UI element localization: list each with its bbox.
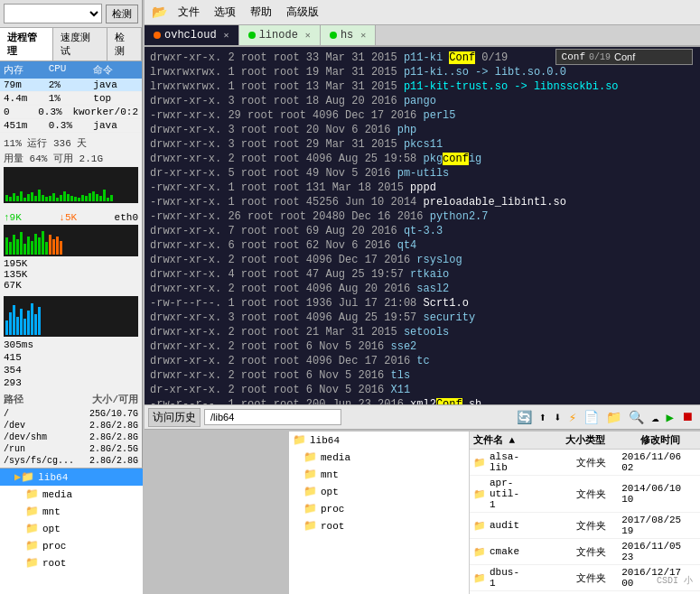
tree-label: root xyxy=(42,558,66,569)
folder-icon: 📁 xyxy=(25,505,39,518)
upload-icon[interactable]: ⬆ xyxy=(537,409,549,426)
search2-icon[interactable]: 🔍 xyxy=(626,409,647,426)
refresh-icon[interactable]: 🔄 xyxy=(514,409,535,426)
tree-item-opt[interactable]: 📁 opt xyxy=(0,520,143,537)
tab-speedtest[interactable]: 速度测试 xyxy=(53,28,107,60)
tree-item[interactable]: 📁 opt xyxy=(289,483,469,500)
copy2-icon[interactable]: 📄 xyxy=(581,409,602,426)
ping-val2: 415 xyxy=(4,351,138,364)
proc-cpu: 1% xyxy=(49,93,94,104)
process-row[interactable]: 0 0.3% kworker/0:2 xyxy=(0,106,142,119)
process-list: 内存 CPU 命令 79m 2% java 4.4m 1% top 0 0.3%… xyxy=(0,61,142,133)
tree-item[interactable]: 📁 proc xyxy=(289,500,469,517)
tree-item[interactable]: 📁 root xyxy=(289,517,469,534)
term-line: drwxr-xr-x. 7 root root 69 Aug 20 2016 q… xyxy=(150,224,695,238)
folder-open-icon[interactable]: 📂 xyxy=(148,3,171,22)
term-line: lrwxrwxrwx. 1 root root 19 Mar 31 2015 p… xyxy=(150,65,695,79)
download-icon[interactable]: ⬇ xyxy=(551,409,564,426)
tab-detect[interactable]: 检测 xyxy=(107,28,142,60)
tab-close[interactable]: ✕ xyxy=(360,30,366,41)
tree-label: opt xyxy=(321,487,339,497)
server-dropdown[interactable] xyxy=(4,4,102,23)
tab-hs[interactable]: hs ✕ xyxy=(321,25,376,45)
menu-advanced[interactable]: 高级版 xyxy=(283,3,322,22)
tab-process[interactable]: 进程管理 xyxy=(0,28,53,60)
search-count: 0/19 xyxy=(589,52,611,62)
menu-help[interactable]: 帮助 xyxy=(247,3,275,22)
detect-button[interactable]: 检测 xyxy=(106,5,138,23)
history-button[interactable]: 访问历史 xyxy=(148,408,201,427)
toolbar: 📂 文件 选项 帮助 高级版 xyxy=(145,0,700,25)
term-line: -rwxr-xr-x. 29 root root 4096 Dec 17 201… xyxy=(150,108,695,123)
menu-options[interactable]: 选项 xyxy=(210,3,239,22)
tree-item-media[interactable]: 📁 media xyxy=(0,486,143,503)
tree-item-proc[interactable]: 📁 proc xyxy=(0,537,143,554)
col-type: 类型 xyxy=(585,433,641,447)
watermark: CSDI 小 xyxy=(657,574,693,587)
tree-label: media xyxy=(321,452,350,463)
tab-ovhcloud[interactable]: ovhcloud ✕ xyxy=(145,25,239,45)
folder-icon: 📁 xyxy=(293,433,306,447)
file-row[interactable]: 📁 alsa-lib 文件夹 2016/11/06 02 xyxy=(470,450,700,476)
file-row[interactable]: 📁 audit 文件夹 2017/08/25 19 xyxy=(470,513,700,539)
tree-label: mnt xyxy=(321,469,339,480)
file-row[interactable]: 📁 cmake 文件夹 2016/11/05 23 xyxy=(470,539,700,565)
file-name: cmake xyxy=(490,546,519,557)
search-input[interactable] xyxy=(614,51,686,62)
menu-bar: 文件 选项 帮助 高级版 xyxy=(174,3,322,22)
ping-val4: 293 xyxy=(4,376,138,389)
file-type: 文件夹 xyxy=(576,487,618,501)
folder-icon: 📁 xyxy=(303,485,317,498)
term-line: -rwxr-xr-x. 1 root root 131 Mar 18 2015 … xyxy=(150,181,695,195)
term-line: drwxr-xr-x. 6 root root 62 Nov 6 2016 qt… xyxy=(150,238,695,253)
net-val2: 135K xyxy=(4,269,138,280)
col-name: 文件名 ▲ xyxy=(473,433,529,447)
stop-icon[interactable]: ⏹ xyxy=(678,409,696,426)
process-row[interactable]: 451m 0.3% java xyxy=(0,119,142,133)
nav-icons: 🔄 ⬆ ⬇ ⚡ 📄 📁 🔍 ☁ ▶ ⏹ xyxy=(514,409,696,426)
net-val1: 195K xyxy=(4,258,138,269)
play-icon[interactable]: ▶ xyxy=(664,409,677,426)
process-row[interactable]: 79m 2% java xyxy=(0,79,142,92)
tab-dot xyxy=(248,32,256,39)
main-area: 📂 文件 选项 帮助 高级版 ovhcloud ✕ linode ✕ hs ✕ … xyxy=(145,0,700,594)
path-input[interactable] xyxy=(204,409,341,425)
file-date: 2016/11/06 02 xyxy=(621,451,696,473)
folder2-icon[interactable]: 📁 xyxy=(603,409,624,426)
folder-icon: 📁 xyxy=(473,488,486,500)
tree-item[interactable]: 📁 mnt xyxy=(289,466,469,483)
term-line: drwxr-xr-x. 3 root root 29 Mar 31 2015 p… xyxy=(150,137,695,152)
proc-cpu: 2% xyxy=(49,79,94,90)
file-row[interactable]: 📁 apr-util-1 文件夹 2014/06/10 10 xyxy=(470,476,700,513)
col-size: 大小 xyxy=(529,433,585,447)
tree-item-root[interactable]: 📁 root xyxy=(0,554,143,571)
tab-close[interactable]: ✕ xyxy=(305,30,311,41)
file-name: dbus-1 xyxy=(490,567,519,589)
term-line: -rwxr-xr-x. 1 root root 45256 Jun 10 201… xyxy=(150,195,695,209)
menu-file[interactable]: 文件 xyxy=(174,3,203,22)
proc-cmd: java xyxy=(93,120,138,131)
folder-icon: ▶📁 xyxy=(14,470,34,484)
term-line: drwxr-xr-x. 3 root root 20 Nov 6 2016 ph… xyxy=(150,123,695,137)
tree-item[interactable]: 📁 media xyxy=(289,449,469,466)
tab-close[interactable]: ✕ xyxy=(224,30,229,41)
tree-item-lib64[interactable]: ▶📁 lib64 xyxy=(0,469,143,486)
term-line: drwxr-xr-x. 4 root root 47 Aug 25 19:57 … xyxy=(150,267,695,282)
process-header: 内存 CPU 命令 xyxy=(0,61,142,79)
tab-linode[interactable]: linode ✕ xyxy=(239,25,321,45)
search-label: Conf xyxy=(562,51,585,62)
folder-icon: 📁 xyxy=(25,539,39,552)
proc-cmd: top xyxy=(93,93,138,104)
file-type: 文件夹 xyxy=(576,519,618,533)
tree-item[interactable]: 📁 lib64 xyxy=(289,432,469,449)
cloud-icon[interactable]: ☁ xyxy=(649,409,661,426)
process-row[interactable]: 4.4m 1% top xyxy=(0,92,142,106)
lightning-icon[interactable]: ⚡ xyxy=(566,409,579,426)
folder-icon: 📁 xyxy=(25,556,39,570)
tree-item-mnt[interactable]: 📁 mnt xyxy=(0,503,143,520)
term-line: dr-xr-xr-x. 5 root root 49 Nov 5 2016 pm… xyxy=(150,166,695,181)
sidebar-tabs: 进程管理 速度测试 检测 xyxy=(0,28,142,61)
proc-mem: 4.4m xyxy=(4,93,49,104)
disk-row: /sys/fs/cg...2.8G/2.8G xyxy=(4,455,138,467)
terminal[interactable]: Conf 0/19 drwxr-xr-x. 2 root root 33 Mar… xyxy=(145,47,700,404)
